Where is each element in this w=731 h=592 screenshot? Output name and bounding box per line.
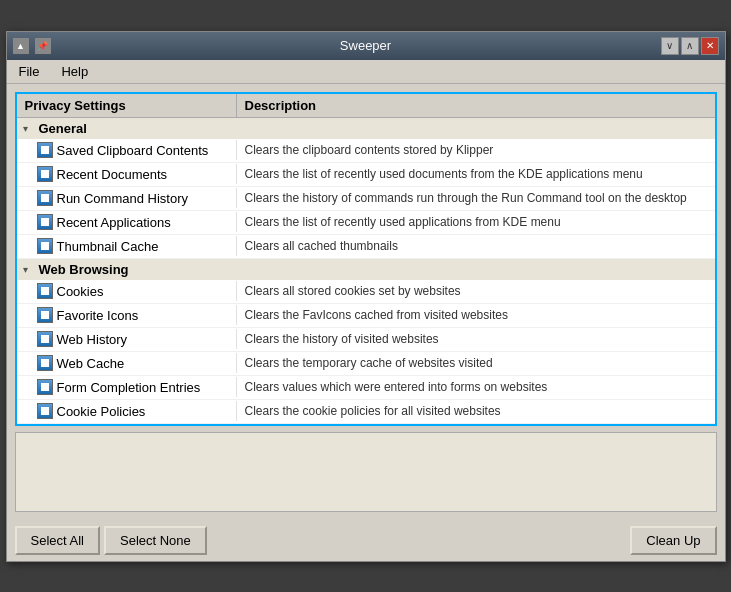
- table-body: ▾ General Saved Clipboard Contents Clear…: [17, 118, 715, 424]
- table-row: Thumbnail Cache Clears all cached thumbn…: [17, 235, 715, 259]
- checkbox-recent-documents[interactable]: [37, 166, 53, 182]
- bottom-bar: Select All Select None Clean Up: [7, 520, 725, 561]
- checkbox-web-history[interactable]: [37, 331, 53, 347]
- table-row: Run Command History Clears the history o…: [17, 187, 715, 211]
- checkbox-web-cache[interactable]: [37, 355, 53, 371]
- minimize-button[interactable]: ∨: [661, 37, 679, 55]
- col-privacy-settings: Privacy Settings: [17, 94, 237, 117]
- close-button[interactable]: ✕: [701, 37, 719, 55]
- row-left: Recent Documents: [17, 164, 237, 184]
- section-general[interactable]: ▾ General: [17, 118, 715, 139]
- checkbox-favorite-icons[interactable]: [37, 307, 53, 323]
- item-label: Web History: [57, 332, 128, 347]
- item-label: Web Cache: [57, 356, 125, 371]
- clean-up-button[interactable]: Clean Up: [630, 526, 716, 555]
- table-row: Web Cache Clears the temporary cache of …: [17, 352, 715, 376]
- table-row: Web History Clears the history of visite…: [17, 328, 715, 352]
- checkbox-thumbnail-cache[interactable]: [37, 238, 53, 254]
- checkbox-cookies[interactable]: [37, 283, 53, 299]
- item-desc: Clears the list of recently used documen…: [237, 165, 715, 183]
- row-left: Web History: [17, 329, 237, 349]
- table-row: Cookies Clears all stored cookies set by…: [17, 280, 715, 304]
- menu-help[interactable]: Help: [55, 62, 94, 81]
- row-left: Cookies: [17, 281, 237, 301]
- main-content: Privacy Settings Description ▾ General S…: [7, 84, 725, 520]
- select-none-button[interactable]: Select None: [104, 526, 207, 555]
- table-row: Recent Applications Clears the list of r…: [17, 211, 715, 235]
- item-desc: Clears values which were entered into fo…: [237, 378, 715, 396]
- item-desc: Clears all stored cookies set by website…: [237, 282, 715, 300]
- col-description: Description: [237, 94, 715, 117]
- table-header: Privacy Settings Description: [17, 94, 715, 118]
- item-desc: Clears all cached thumbnails: [237, 237, 715, 255]
- window-controls: ∨ ∧ ✕: [661, 37, 719, 55]
- checkbox-run-command[interactable]: [37, 190, 53, 206]
- window-title: Sweeper: [340, 38, 391, 53]
- row-left: Web Cache: [17, 353, 237, 373]
- row-left: Thumbnail Cache: [17, 236, 237, 256]
- table-row: Saved Clipboard Contents Clears the clip…: [17, 139, 715, 163]
- main-window: ▲ 📌 Sweeper ∨ ∧ ✕ File Help Privacy Sett…: [6, 31, 726, 562]
- maximize-button[interactable]: ∧: [681, 37, 699, 55]
- row-left: Run Command History: [17, 188, 237, 208]
- checkbox-saved-clipboard[interactable]: [37, 142, 53, 158]
- row-left: Recent Applications: [17, 212, 237, 232]
- table-row: Favorite Icons Clears the FavIcons cache…: [17, 304, 715, 328]
- item-desc: Clears the clipboard contents stored by …: [237, 141, 715, 159]
- section-web-label: Web Browsing: [39, 262, 129, 277]
- item-label: Recent Documents: [57, 167, 168, 182]
- checkbox-recent-apps[interactable]: [37, 214, 53, 230]
- item-desc: Clears the history of commands run throu…: [237, 189, 715, 207]
- pin-icon: 📌: [35, 38, 51, 54]
- title-bar: ▲ 📌 Sweeper ∨ ∧ ✕: [7, 32, 725, 60]
- item-desc: Clears the FavIcons cached from visited …: [237, 306, 715, 324]
- item-label: Recent Applications: [57, 215, 171, 230]
- title-bar-left: ▲ 📌: [13, 38, 51, 54]
- settings-tree: Privacy Settings Description ▾ General S…: [15, 92, 717, 426]
- table-row: Cookie Policies Clears the cookie polici…: [17, 400, 715, 424]
- item-desc: Clears the history of visited websites: [237, 330, 715, 348]
- chevron-general-icon: ▾: [23, 123, 35, 134]
- row-left: Saved Clipboard Contents: [17, 140, 237, 160]
- row-left: Cookie Policies: [17, 401, 237, 421]
- bottom-left-buttons: Select All Select None: [15, 526, 207, 555]
- item-label: Thumbnail Cache: [57, 239, 159, 254]
- table-row: Recent Documents Clears the list of rece…: [17, 163, 715, 187]
- menu-file[interactable]: File: [13, 62, 46, 81]
- table-row: Form Completion Entries Clears values wh…: [17, 376, 715, 400]
- section-web-browsing[interactable]: ▾ Web Browsing: [17, 259, 715, 280]
- item-label: Form Completion Entries: [57, 380, 201, 395]
- item-label: Favorite Icons: [57, 308, 139, 323]
- item-label: Run Command History: [57, 191, 189, 206]
- item-desc: Clears the temporary cache of websites v…: [237, 354, 715, 372]
- section-general-label: General: [39, 121, 87, 136]
- menubar: File Help: [7, 60, 725, 84]
- row-left: Form Completion Entries: [17, 377, 237, 397]
- item-desc: Clears the cookie policies for all visit…: [237, 402, 715, 420]
- item-label: Cookies: [57, 284, 104, 299]
- item-desc: Clears the list of recently used applica…: [237, 213, 715, 231]
- select-all-button[interactable]: Select All: [15, 526, 100, 555]
- row-left: Favorite Icons: [17, 305, 237, 325]
- item-label: Cookie Policies: [57, 404, 146, 419]
- chevron-web-icon: ▾: [23, 264, 35, 275]
- app-icon: ▲: [13, 38, 29, 54]
- checkbox-cookie-policies[interactable]: [37, 403, 53, 419]
- checkbox-form-completion[interactable]: [37, 379, 53, 395]
- log-area: [15, 432, 717, 512]
- item-label: Saved Clipboard Contents: [57, 143, 209, 158]
